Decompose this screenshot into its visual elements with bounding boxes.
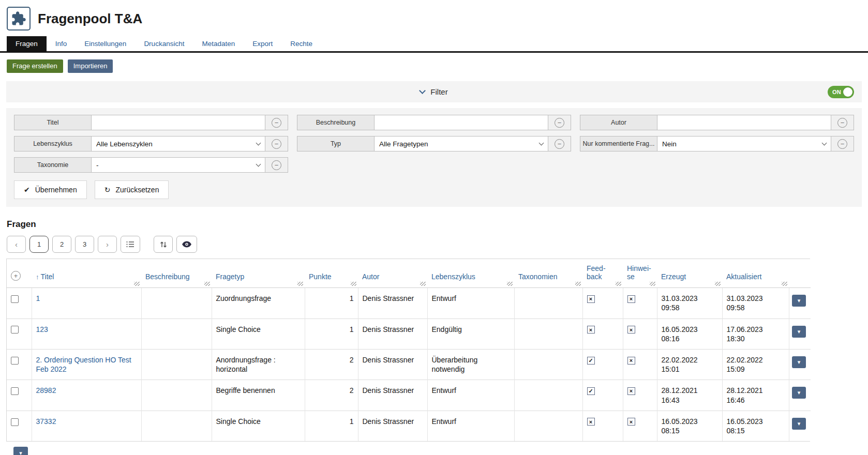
column-header-titel[interactable]: Titel <box>41 272 54 281</box>
sort-order-button[interactable] <box>154 236 173 253</box>
table-row: 28982 Begriffe benennen 2 Denis Strassne… <box>7 380 811 411</box>
column-header-punkte[interactable]: Punkte <box>309 272 332 281</box>
tab-metadaten[interactable]: Metadaten <box>193 36 244 51</box>
reset-filter-button[interactable]: ↻ Zurücksetzen <box>95 180 169 199</box>
chevron-down-icon <box>256 140 261 145</box>
autor-filter-input[interactable] <box>657 115 831 130</box>
cell-beschreibung <box>141 411 212 441</box>
filter-on-off-toggle[interactable]: ON <box>828 86 854 98</box>
row-checkbox[interactable] <box>11 326 19 333</box>
tab-bar: Fragen Info Einstellungen Druckansicht M… <box>0 36 868 53</box>
tab-rechte[interactable]: Rechte <box>281 36 321 51</box>
cell-fragetyp: Single Choice <box>212 318 305 349</box>
question-title-link[interactable]: 123 <box>36 325 48 333</box>
row-actions-button[interactable]: ▾ <box>792 295 806 307</box>
feedback-state-icon: × <box>587 326 595 333</box>
column-header-beschreibung[interactable]: Beschreibung <box>145 272 190 281</box>
row-actions-button[interactable]: ▾ <box>792 326 806 338</box>
beschreibung-filter-input[interactable] <box>375 115 548 130</box>
question-title-link[interactable]: 28982 <box>36 386 56 395</box>
caret-down-icon: ▾ <box>798 328 801 335</box>
cell-lebenszyklus: Entwurf <box>427 411 514 441</box>
column-selection-icon[interactable]: + <box>11 271 21 281</box>
row-actions-button[interactable]: ▾ <box>792 418 806 430</box>
lebenszyklus-select[interactable]: Alle Lebenszyklen <box>92 136 265 151</box>
column-header-lebenszyklus[interactable]: Lebenszyklus <box>431 272 475 281</box>
lebenszyklus-select-value: Alle Lebenszyklen <box>96 140 153 148</box>
table-row: 123 Single Choice 1 Denis Strassner Endg… <box>7 318 811 349</box>
row-checkbox[interactable] <box>11 357 19 365</box>
remove-filter-typ-icon[interactable]: − <box>555 139 564 149</box>
filter-titel-label: Titel <box>14 115 92 130</box>
row-checkbox[interactable] <box>11 295 19 303</box>
tab-fragen[interactable]: Fragen <box>7 36 47 51</box>
question-table-body: 1 Zuordnungsfrage 1 Denis Strassner Entw… <box>7 288 811 441</box>
list-icon <box>126 241 134 248</box>
apply-filter-button[interactable]: ✔ Übernehmen <box>14 180 87 199</box>
import-button[interactable]: Importieren <box>68 59 113 73</box>
filter-kommentierte-label: Nur kommentierte Frag... <box>580 136 657 151</box>
caret-down-icon: ▾ <box>798 420 801 427</box>
column-header-aktualisiert[interactable]: Aktualisiert <box>726 272 761 281</box>
remove-filter-titel-icon[interactable]: − <box>272 118 281 128</box>
remove-filter-taxonomie-icon[interactable]: − <box>272 160 281 170</box>
cell-aktualisiert: 22.02.2022 15:09 <box>722 350 789 380</box>
remove-filter-autor-icon[interactable]: − <box>837 118 847 128</box>
cell-autor: Denis Strassner <box>358 288 427 318</box>
page-title: Fragenpool T&A <box>38 11 142 27</box>
hints-state-icon: × <box>627 295 635 303</box>
page-button-1[interactable]: 1 <box>29 236 49 253</box>
column-header-autor[interactable]: Autor <box>362 272 379 281</box>
row-actions-button[interactable]: ▾ <box>792 387 806 399</box>
column-header-erzeugt[interactable]: Erzeugt <box>661 272 686 281</box>
column-header-fragetyp[interactable]: Fragetyp <box>216 272 244 281</box>
cell-taxonomien <box>514 380 582 411</box>
column-header-taxonomien[interactable]: Taxonomien <box>518 272 558 281</box>
table-row: 1 Zuordnungsfrage 1 Denis Strassner Entw… <box>7 288 811 318</box>
cell-autor: Denis Strassner <box>358 411 427 441</box>
cell-lebenszyklus: Entwurf <box>427 380 514 411</box>
row-actions-button[interactable]: ▾ <box>792 356 806 368</box>
cell-fragetyp: Anordnungsfrage : horizontal <box>212 350 305 380</box>
remove-filter-kommentierte-icon[interactable]: − <box>837 139 847 149</box>
cell-punkte: 2 <box>305 380 358 411</box>
toggle-knob <box>843 87 852 97</box>
remove-filter-lebenszyklus-icon[interactable]: − <box>272 139 281 149</box>
column-header-hinweise[interactable]: Hinwei- se <box>627 264 651 281</box>
filter-header: Filter ON <box>6 81 862 108</box>
page-button-3[interactable]: 3 <box>75 236 94 253</box>
kommentierte-select[interactable]: Nein <box>657 136 831 151</box>
filter-lebenszyklus-label: Lebenszyklus <box>14 136 92 151</box>
cell-punkte: 1 <box>305 288 358 318</box>
tab-export[interactable]: Export <box>244 36 281 51</box>
bulk-actions-button[interactable]: ▾ <box>13 447 28 455</box>
tab-einstellungen[interactable]: Einstellungen <box>76 36 135 51</box>
chevron-down-icon <box>256 161 261 166</box>
kommentierte-select-value: Nein <box>662 140 677 148</box>
fragetyp-select[interactable]: Alle Fragetypen <box>375 136 548 151</box>
list-view-button[interactable] <box>121 236 140 253</box>
page-button-2[interactable]: 2 <box>52 236 71 253</box>
next-page-button[interactable]: › <box>98 236 117 253</box>
cell-punkte: 1 <box>305 318 358 349</box>
filter-collapse-toggle[interactable]: Filter <box>420 87 447 96</box>
remove-filter-beschreibung-icon[interactable]: − <box>555 118 564 128</box>
column-header-feedback[interactable]: Feed- back <box>587 264 606 281</box>
tab-druckansicht[interactable]: Druckansicht <box>135 36 193 51</box>
cell-beschreibung <box>141 380 212 411</box>
question-title-link[interactable]: 37332 <box>36 417 56 426</box>
question-title-link[interactable]: 1 <box>36 294 40 302</box>
row-checkbox[interactable] <box>11 418 19 426</box>
create-question-button[interactable]: Frage erstellen <box>7 59 63 73</box>
prev-page-button[interactable]: ‹ <box>7 236 26 253</box>
row-checkbox[interactable] <box>11 387 19 395</box>
cell-lebenszyklus: Entwurf <box>427 288 514 318</box>
tab-info[interactable]: Info <box>47 36 76 51</box>
bulk-actions-bar: ▾ <box>13 447 868 455</box>
question-title-link[interactable]: 2. Ordering Question HO Test Feb 2022 <box>36 356 131 373</box>
taxonomie-select[interactable]: - <box>92 157 265 173</box>
filter-taxonomie-label: Taxonomie <box>14 157 92 173</box>
preview-button[interactable] <box>176 236 197 253</box>
hints-state-icon: × <box>627 357 635 365</box>
titel-filter-input[interactable] <box>92 115 265 130</box>
